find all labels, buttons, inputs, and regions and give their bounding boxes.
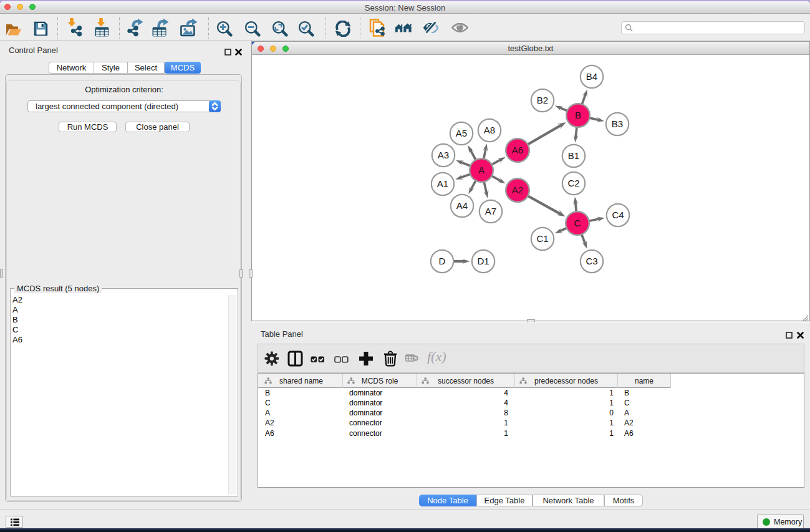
svg-text:A2: A2 — [512, 185, 523, 195]
svg-text:C2: C2 — [567, 178, 579, 188]
svg-text:A4: A4 — [456, 200, 468, 211]
svg-text:A7: A7 — [485, 206, 496, 216]
svg-text:C: C — [574, 218, 581, 228]
svg-text:A8: A8 — [484, 125, 495, 135]
svg-text:B: B — [575, 110, 581, 120]
svg-text:D1: D1 — [477, 256, 489, 266]
svg-text:A: A — [478, 165, 485, 175]
svg-text:A5: A5 — [456, 128, 467, 138]
svg-text:B2: B2 — [537, 95, 548, 105]
svg-text:B1: B1 — [568, 150, 579, 161]
svg-text:A3: A3 — [438, 150, 449, 160]
svg-text:A6: A6 — [512, 145, 523, 155]
svg-text:D: D — [439, 256, 446, 266]
svg-text:B3: B3 — [612, 118, 623, 129]
svg-text:C4: C4 — [612, 210, 624, 220]
svg-text:B4: B4 — [586, 71, 597, 82]
svg-text:A1: A1 — [437, 178, 448, 189]
svg-text:C1: C1 — [536, 233, 548, 244]
svg-text:C3: C3 — [586, 256, 597, 266]
